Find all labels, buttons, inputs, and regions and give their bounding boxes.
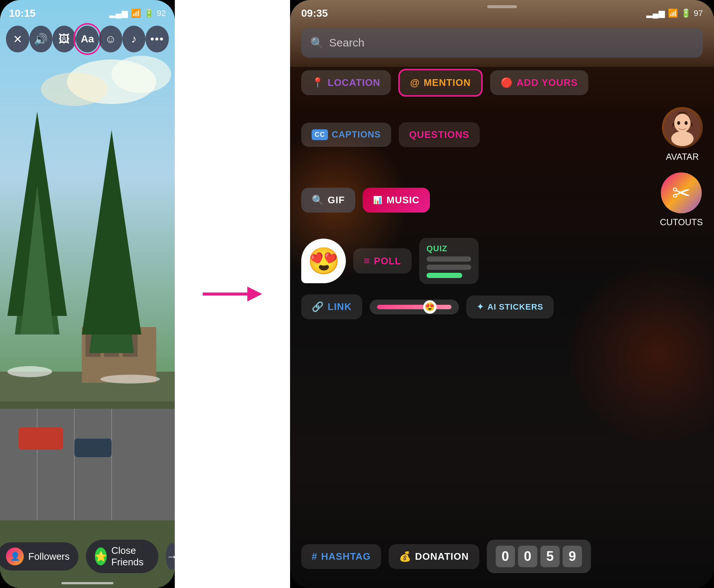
link-label: LINK <box>328 301 352 313</box>
countdown-d1: 0 <box>496 546 515 567</box>
mention-sticker[interactable]: @ MENTION <box>398 69 483 97</box>
followers-button[interactable]: 👤 Followers <box>0 542 78 571</box>
close-friends-button[interactable]: ⭐ Close Friends <box>86 540 158 573</box>
add-yours-sticker[interactable]: 🔴 ADD YOURS <box>490 70 588 95</box>
ai-stickers-icon: ✦ <box>477 302 484 312</box>
search-bar[interactable]: 🔍 Search <box>301 28 703 58</box>
gif-sticker[interactable]: 🔍 GIF <box>301 188 355 213</box>
countdown-d4: 9 <box>563 546 582 567</box>
avatar-sticker-col: AVATAR <box>662 107 703 162</box>
sticker-icon: ☺ <box>105 33 116 45</box>
text-button[interactable]: Aa <box>76 26 99 52</box>
more-icon: ••• <box>150 33 164 45</box>
sticker-row-2: CC CAPTIONS QUESTIONS <box>301 107 703 162</box>
questions-label: QUESTIONS <box>409 129 469 140</box>
avatar-face-svg <box>664 109 701 146</box>
svg-rect-19 <box>74 439 112 457</box>
sticker-grid: 📍 LOCATION @ MENTION 🔴 ADD YOURS CC C <box>301 69 703 319</box>
sticker-button[interactable]: ☺ <box>99 26 122 52</box>
cutouts-icon: ✂ <box>672 180 691 206</box>
close-icon: ✕ <box>13 33 22 46</box>
more-button[interactable]: ••• <box>145 26 169 52</box>
poll-icon: ≡ <box>364 255 370 267</box>
arrow-svg <box>203 283 262 305</box>
link-icon: 🔗 <box>312 301 324 313</box>
quiz-bar-active <box>427 273 462 278</box>
sticker-row-1: 📍 LOCATION @ MENTION 🔴 ADD YOURS <box>301 69 703 97</box>
sound-button[interactable]: 🔊 <box>29 26 53 52</box>
wifi-icon-right: 📶 <box>668 9 678 18</box>
donation-icon: 💰 <box>399 551 411 562</box>
quiz-sticker[interactable]: QUIZ <box>419 238 479 284</box>
countdown-d3: 5 <box>540 546 560 567</box>
donation-label: DONATION <box>415 551 469 562</box>
battery-pct-right: 97 <box>694 9 703 18</box>
music-icon: ♪ <box>131 33 137 45</box>
emoji-slider-track: 😍 <box>377 305 451 309</box>
mention-label: MENTION <box>424 77 471 88</box>
gif-search-icon: 🔍 <box>312 194 324 206</box>
svg-marker-23 <box>247 287 262 301</box>
captions-sticker[interactable]: CC CAPTIONS <box>301 123 391 147</box>
battery-icon-left: 🔋 <box>144 9 154 18</box>
sticker-row-3: 🔍 GIF 📊 MUSIC ✂ CUTOUTS <box>301 172 703 227</box>
time-right: 09:35 <box>301 7 328 19</box>
svg-point-2 <box>41 72 108 106</box>
close-friends-label: Close Friends <box>111 545 149 568</box>
gallery-button[interactable]: 🖼 <box>52 26 76 52</box>
quiz-label: QUIZ <box>427 244 471 253</box>
signal-icon-right: ▂▄▆ <box>646 9 665 18</box>
search-placeholder: Search <box>329 36 364 49</box>
svg-point-21 <box>100 375 160 384</box>
gallery-icon: 🖼 <box>58 33 70 45</box>
poll-label: POLL <box>374 255 401 267</box>
avatar-label: AVATAR <box>666 152 699 162</box>
status-bar-left: 10:15 ▂▄▆ 📶 🔋 92 <box>0 0 175 22</box>
bottom-sticker-row: # HASHTAG 💰 DONATION 0 0 5 9 <box>301 540 703 573</box>
svg-point-27 <box>677 121 680 125</box>
middle-area <box>175 0 290 588</box>
emoji-reaction-sticker[interactable]: 😍 <box>301 239 346 283</box>
quiz-bar-1 <box>427 256 471 262</box>
ai-stickers-sticker[interactable]: ✦ AI STICKERS <box>466 295 554 319</box>
captions-icon: CC <box>312 129 328 140</box>
gif-label: GIF <box>328 194 345 206</box>
signal-icon-left: ▂▄▆ <box>109 9 128 18</box>
close-button[interactable]: ✕ <box>6 26 29 52</box>
hashtag-sticker[interactable]: # HASHTAG <box>301 544 381 569</box>
emoji-slider-thumb: 😍 <box>423 300 437 314</box>
donation-sticker[interactable]: 💰 DONATION <box>389 544 479 569</box>
music-button[interactable]: ♪ <box>122 26 146 52</box>
phone-left: 10:15 ▂▄▆ 📶 🔋 92 ✕ 🔊 🖼 Aa ☺ <box>0 0 175 588</box>
arrow-icon: → <box>166 550 175 563</box>
music-label: MUSIC <box>386 194 419 206</box>
avatar-sticker[interactable] <box>662 107 703 148</box>
svg-point-28 <box>685 121 688 125</box>
text-icon: Aa <box>81 33 94 45</box>
poll-sticker[interactable]: ≡ POLL <box>353 248 412 274</box>
battery-icon-right: 🔋 <box>681 9 691 18</box>
next-button[interactable]: → <box>166 543 175 570</box>
cutouts-sticker[interactable]: ✂ <box>661 172 702 213</box>
emoji-slider-sticker[interactable]: 😍 <box>370 300 459 314</box>
battery-pct-left: 92 <box>157 9 166 18</box>
home-indicator-left <box>61 582 113 584</box>
mention-icon: @ <box>410 77 420 88</box>
status-icons-right: ▂▄▆ 📶 🔋 97 <box>646 9 703 18</box>
sticker-row-5: 🔗 LINK 😍 ✦ AI STICKERS <box>301 294 703 319</box>
link-sticker[interactable]: 🔗 LINK <box>301 294 362 319</box>
music-sticker[interactable]: 📊 MUSIC <box>363 188 430 213</box>
time-left: 10:15 <box>9 7 36 19</box>
questions-sticker[interactable]: QUESTIONS <box>399 122 480 147</box>
sound-icon: 🔊 <box>34 33 48 46</box>
hashtag-icon: # <box>312 551 317 562</box>
svg-rect-5 <box>0 409 175 520</box>
toolbar-left: ✕ 🔊 🖼 Aa ☺ ♪ ••• <box>0 20 175 58</box>
cutouts-sticker-col: ✂ CUTOUTS <box>660 172 703 227</box>
status-bar-right: 09:35 ▂▄▆ 📶 🔋 97 <box>290 0 714 22</box>
direction-arrow <box>203 283 262 305</box>
avatar-small: 👤 <box>6 547 24 565</box>
location-sticker[interactable]: 📍 LOCATION <box>301 70 391 95</box>
countdown-sticker[interactable]: 0 0 5 9 <box>487 540 591 573</box>
emoji-reaction-icon: 😍 <box>308 246 340 276</box>
